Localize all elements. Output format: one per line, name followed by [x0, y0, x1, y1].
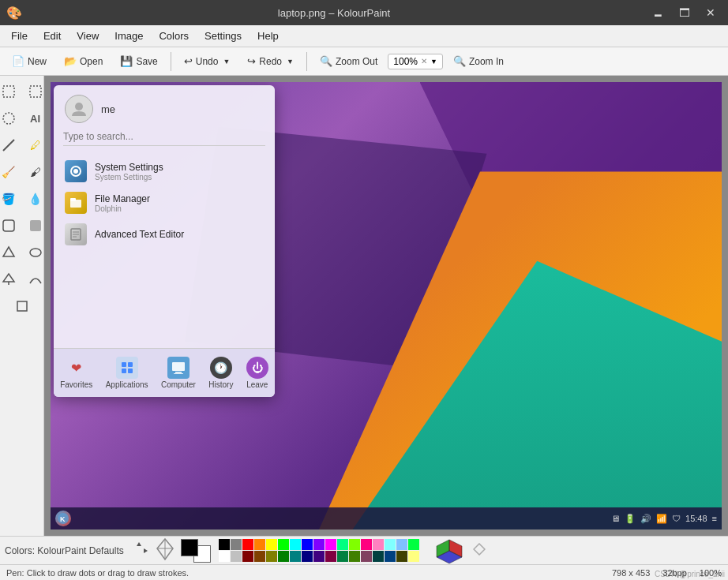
menu-help[interactable]: Help [250, 27, 287, 45]
color-yellow-green[interactable] [349, 539, 360, 550]
line-tool[interactable] [0, 133, 21, 158]
color-magenta[interactable] [325, 539, 336, 550]
system-settings-label: System Settings [95, 162, 163, 173]
color-mint[interactable] [337, 539, 348, 550]
launcher-footer-applications[interactable]: Applications [99, 354, 155, 392]
color-dark-green[interactable] [278, 551, 289, 562]
color-green2[interactable] [408, 539, 419, 550]
color-gray[interactable] [231, 539, 242, 550]
color-rose[interactable] [361, 539, 372, 550]
color-olive[interactable] [266, 551, 277, 562]
zoom-in-button[interactable]: 🔍 Zoom In [446, 51, 511, 71]
eraser-tool[interactable]: 🧹 [0, 159, 21, 185]
launcher-item-system-settings[interactable]: System Settings System Settings [54, 155, 275, 187]
color-maroon[interactable] [242, 551, 253, 562]
undo-dropdown-arrow[interactable]: ▼ [223, 58, 230, 65]
monitor-icon: 🖥 [611, 514, 620, 523]
arrow-tool[interactable] [0, 267, 21, 292]
fill-tool[interactable]: 🪣 [0, 186, 21, 211]
zoom-level-arrow[interactable]: ▼ [430, 58, 437, 65]
ellipse-tool[interactable] [23, 240, 45, 265]
color-swatches [219, 539, 419, 562]
kde-logo[interactable]: K [55, 511, 71, 526]
launcher-footer-favorites[interactable]: ❤ Favorites [54, 354, 99, 392]
color-light-blue[interactable] [396, 539, 407, 550]
menu-icon[interactable]: ≡ [712, 514, 717, 523]
color-blue[interactable] [302, 539, 313, 550]
selection-freehand-tool[interactable] [0, 79, 21, 104]
launcher-footer-history[interactable]: 🕐 History [202, 354, 239, 392]
color-palette-bar: Colors: KolourPaint Defaults [0, 536, 728, 564]
text-tool[interactable]: AI [23, 106, 45, 131]
polygon-tool[interactable] [0, 240, 21, 265]
redo-icon: ↪ [247, 55, 256, 67]
system-tray: 🖥 🔋 🔊 📶 🛡 15:48 ≡ [611, 514, 717, 524]
color-forest[interactable] [337, 551, 348, 562]
zoom-level-clear[interactable]: ✕ [421, 57, 427, 65]
tools-panel: AI 🖊 🧹 🖌 🪣 💧 [0, 76, 44, 536]
launcher-footer-leave[interactable]: ⏻ Leave [240, 354, 275, 392]
color-purple[interactable] [313, 539, 325, 550]
rect-select-crop-tool[interactable] [9, 294, 35, 319]
color-plum[interactable] [361, 551, 372, 562]
color-dark-blue[interactable] [385, 551, 396, 562]
color-white[interactable] [219, 551, 230, 562]
highlight-tool[interactable]: 🖊 [23, 133, 45, 158]
color-chartreuse[interactable] [349, 551, 360, 562]
color-pink[interactable] [373, 539, 384, 550]
launcher-footer-computer[interactable]: Computer [155, 354, 202, 392]
color-orange[interactable] [254, 539, 265, 550]
zoom-level-display[interactable]: 100% ✕ ▼ [388, 54, 443, 69]
menu-bar: File Edit View Image Colors Settings Hel… [0, 25, 728, 47]
menu-colors[interactable]: Colors [151, 27, 197, 45]
launcher-item-text-editor[interactable]: Advanced Text Editor [54, 219, 275, 250]
color-picker-tool[interactable]: 💧 [23, 186, 45, 211]
color-crimson[interactable] [325, 551, 336, 562]
canvas-area: me System Settings [44, 76, 728, 536]
color-dark-olive[interactable] [396, 551, 407, 562]
brush-tool[interactable]: 🖌 [23, 159, 45, 185]
smudge-tool[interactable] [23, 213, 45, 238]
open-button[interactable]: 📂 Open [57, 51, 110, 71]
svg-marker-6 [3, 247, 14, 256]
selection-rect-tool[interactable] [23, 79, 45, 104]
color-cyan[interactable] [290, 539, 301, 550]
menu-edit[interactable]: Edit [36, 27, 69, 45]
app-icon: 🎨 [6, 6, 22, 21]
new-button[interactable]: 📄 New [5, 51, 54, 71]
palette-settings-icon[interactable] [473, 543, 486, 558]
color-red[interactable] [242, 539, 253, 550]
curve-tool[interactable] [23, 267, 45, 292]
launcher-item-file-manager[interactable]: File Manager Dolphin [54, 187, 275, 219]
color-yellow[interactable] [266, 539, 277, 550]
redo-dropdown-arrow[interactable]: ▼ [287, 58, 294, 65]
svg-point-2 [3, 113, 14, 124]
close-button[interactable]: ✕ [700, 3, 722, 22]
color-silver[interactable] [231, 551, 242, 562]
zoom-tool[interactable] [0, 213, 21, 238]
redo-button[interactable]: ↪ Redo ▼ [240, 51, 301, 71]
canvas-wrapper[interactable]: me System Settings [51, 82, 722, 529]
save-button[interactable]: 💾 Save [113, 51, 164, 71]
color-light-cyan[interactable] [385, 539, 396, 550]
undo-button[interactable]: ↩ Undo ▼ [177, 51, 238, 71]
minimize-button[interactable]: 🗕 [646, 3, 670, 22]
menu-view[interactable]: View [69, 27, 107, 45]
color-black[interactable] [219, 539, 230, 550]
color-light-yellow[interactable] [408, 551, 419, 562]
color-indigo[interactable] [313, 551, 325, 562]
current-colors[interactable] [181, 539, 211, 563]
selection-ellipse-tool[interactable] [0, 106, 21, 131]
color-navy[interactable] [302, 551, 313, 562]
color-lime[interactable] [278, 539, 289, 550]
color-brown[interactable] [254, 551, 265, 562]
color-teal[interactable] [290, 551, 301, 562]
maximize-button[interactable]: 🗖 [673, 3, 696, 22]
menu-file[interactable]: File [3, 27, 36, 45]
color-dark-teal[interactable] [373, 551, 384, 562]
menu-settings[interactable]: Settings [197, 27, 250, 45]
launcher-search-input[interactable] [63, 129, 265, 144]
menu-image[interactable]: Image [107, 27, 151, 45]
zoom-out-button[interactable]: 🔍 Zoom Out [313, 51, 385, 71]
separator-2 [306, 52, 307, 71]
